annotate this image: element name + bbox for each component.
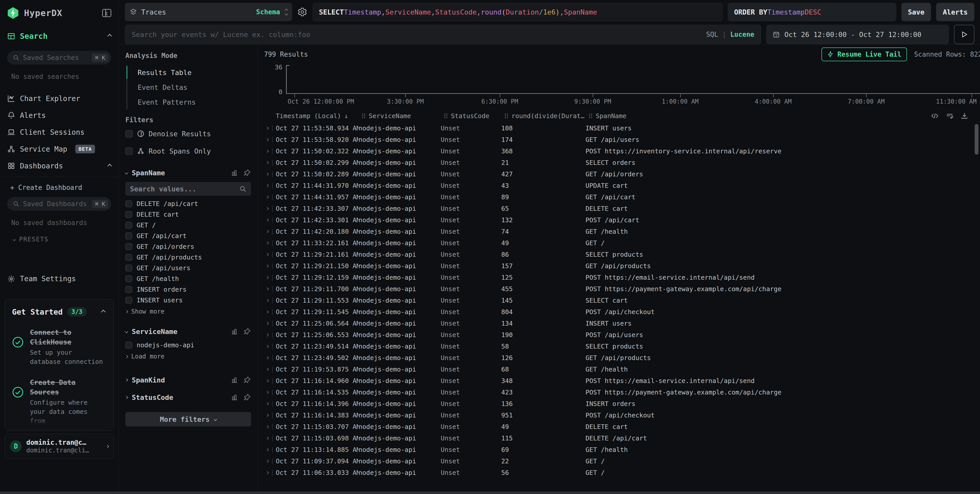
- table-row[interactable]: Oct 27 11:09:37.094 AM nodejs-demo-api U…: [264, 456, 980, 467]
- lucene-toggle[interactable]: Lucene: [730, 31, 754, 38]
- row-expand-icon[interactable]: [264, 380, 270, 382]
- pin-icon[interactable]: [243, 376, 251, 384]
- row-expand-icon[interactable]: [264, 403, 270, 405]
- sidebar-item-alerts[interactable]: Alerts: [0, 107, 118, 124]
- table-row[interactable]: Oct 27 11:16:14.535 AM nodejs-demo-api U…: [264, 387, 980, 398]
- mode-event-patterns[interactable]: Event Patterns: [127, 95, 251, 110]
- create-dashboard-button[interactable]: + Create Dashboard: [0, 177, 118, 191]
- save-button[interactable]: Save: [901, 3, 931, 21]
- chart-icon[interactable]: [231, 394, 238, 401]
- checkbox[interactable]: [126, 243, 132, 250]
- checkbox[interactable]: [126, 297, 132, 303]
- load-more-link[interactable]: Load more: [126, 351, 251, 362]
- row-expand-icon[interactable]: [264, 368, 270, 370]
- checkbox[interactable]: [126, 342, 132, 349]
- chart-icon[interactable]: [231, 169, 238, 176]
- filter-group-spankind[interactable]: SpanKind: [126, 374, 251, 386]
- row-expand-icon[interactable]: [264, 460, 270, 462]
- mode-results-table[interactable]: Results Table: [127, 65, 251, 80]
- row-expand-icon[interactable]: [264, 322, 270, 324]
- filter-value-row[interactable]: GET /: [126, 220, 251, 230]
- row-expand-icon[interactable]: [264, 288, 270, 290]
- column-header-duration[interactable]: round(divide(Durat…: [504, 112, 589, 120]
- checkbox[interactable]: [126, 254, 132, 261]
- table-row[interactable]: Oct 27 11:42:33.301 AM nodejs-demo-api U…: [264, 214, 980, 226]
- table-row[interactable]: Oct 27 11:33:22.161 AM nodejs-demo-api U…: [264, 237, 980, 249]
- table-row[interactable]: Oct 27 11:53:58.920 AM nodejs-demo-api U…: [264, 134, 980, 145]
- table-row[interactable]: Oct 27 11:16:14.396 AM nodejs-demo-api U…: [264, 398, 980, 410]
- row-expand-icon[interactable]: [264, 437, 270, 439]
- column-header-timestamp[interactable]: Timestamp (Local) ↓: [276, 112, 361, 120]
- get-started-step[interactable]: Connect to ClickHouse Set up your databa…: [12, 328, 107, 367]
- sidebar-item-dashboards[interactable]: Dashboards: [0, 157, 118, 174]
- preset-dashboard-link[interactable]: [0, 243, 118, 249]
- table-row[interactable]: Oct 27 11:50:02.289 AM nodejs-demo-api U…: [264, 168, 980, 180]
- drag-handle-icon[interactable]: [589, 113, 593, 118]
- row-expand-icon[interactable]: [264, 334, 270, 336]
- row-expand-icon[interactable]: [264, 311, 270, 313]
- row-expand-icon[interactable]: [264, 345, 270, 348]
- row-expand-icon[interactable]: [264, 230, 270, 233]
- row-expand-icon[interactable]: [264, 414, 270, 416]
- date-range-picker[interactable]: Oct 26 12:00:00 - Oct 27 12:00:00: [766, 25, 949, 44]
- row-expand-icon[interactable]: [264, 173, 270, 175]
- table-row[interactable]: Oct 27 11:19:53.875 AM nodejs-demo-api U…: [264, 364, 980, 375]
- collapse-sidebar-icon[interactable]: [102, 9, 111, 17]
- column-header-spanname[interactable]: SpanName: [589, 112, 980, 120]
- table-row[interactable]: Oct 27 11:44:31.970 AM nodejs-demo-api U…: [264, 180, 980, 191]
- sidebar-item-client-sessions[interactable]: Client Sessions: [0, 124, 118, 141]
- checkbox[interactable]: [126, 130, 133, 138]
- preset-dashboard-link[interactable]: [0, 256, 118, 263]
- row-expand-icon[interactable]: [264, 426, 270, 428]
- row-expand-icon[interactable]: [264, 150, 270, 152]
- code-icon[interactable]: [931, 112, 939, 120]
- sql-toggle[interactable]: SQL: [706, 31, 718, 38]
- language-toggle[interactable]: SQL | Lucene: [706, 31, 754, 38]
- run-query-button[interactable]: [954, 25, 974, 44]
- order-by-input[interactable]: ORDER BY Timestamp DESC: [728, 3, 896, 21]
- sidebar-item-service-map[interactable]: Service Map BETA: [0, 141, 118, 157]
- filter-value-row[interactable]: GET /api/users: [126, 262, 251, 273]
- chart-icon[interactable]: [231, 376, 238, 384]
- row-expand-icon[interactable]: [264, 207, 270, 210]
- pin-icon[interactable]: [243, 394, 251, 401]
- vertical-scrollbar-thumb[interactable]: [975, 124, 978, 155]
- table-row[interactable]: Oct 27 11:25:06.564 AM nodejs-demo-api U…: [264, 318, 980, 329]
- row-expand-icon[interactable]: [264, 472, 270, 474]
- row-expand-icon[interactable]: [264, 219, 270, 221]
- filter-value-row[interactable]: GET /api/orders: [126, 241, 251, 252]
- row-expand-icon[interactable]: [264, 138, 270, 141]
- row-expand-icon[interactable]: [264, 253, 270, 256]
- pin-icon[interactable]: [243, 328, 251, 335]
- gear-icon[interactable]: [297, 7, 307, 17]
- filter-group-statuscode[interactable]: StatusCode: [126, 392, 251, 403]
- row-expand-icon[interactable]: [264, 299, 270, 302]
- preset-dashboard-link[interactable]: [0, 249, 118, 256]
- filter-value-row[interactable]: nodejs-demo-api: [126, 340, 251, 350]
- checkbox[interactable]: [126, 286, 132, 293]
- table-row[interactable]: Oct 27 11:06:33.033 AM nodejs-demo-api U…: [264, 467, 980, 478]
- table-row[interactable]: Oct 27 11:29:11.545 AM nodejs-demo-api U…: [264, 306, 980, 318]
- table-row[interactable]: Oct 27 11:42:33.307 AM nodejs-demo-api U…: [264, 203, 980, 214]
- saved-searches-input[interactable]: Saved Searches ⌘ K: [7, 51, 111, 65]
- events-histogram[interactable]: 36 0: [264, 65, 980, 93]
- table-row[interactable]: Oct 27 11:13:14.885 AM nodejs-demo-api U…: [264, 444, 980, 456]
- alerts-button[interactable]: Alerts: [936, 3, 974, 21]
- download-icon[interactable]: [961, 112, 968, 120]
- drag-handle-icon[interactable]: [444, 113, 448, 118]
- table-row[interactable]: Oct 27 11:15:03.707 AM nodejs-demo-api U…: [264, 421, 980, 432]
- mode-event-deltas[interactable]: Event Deltas: [127, 80, 251, 95]
- get-started-step[interactable]: Create Data Sources Configure where your…: [12, 378, 107, 426]
- source-select[interactable]: Traces Schema: [125, 3, 292, 21]
- table-row[interactable]: Oct 27 11:29:21.161 AM nodejs-demo-api U…: [264, 249, 980, 260]
- table-row[interactable]: Oct 27 11:23:49.502 AM nodejs-demo-api U…: [264, 352, 980, 364]
- row-expand-icon[interactable]: [264, 276, 270, 279]
- table-row[interactable]: Oct 27 11:53:58.934 AM nodejs-demo-api U…: [264, 122, 980, 134]
- pin-icon[interactable]: [243, 169, 251, 176]
- row-expand-icon[interactable]: [264, 265, 270, 267]
- resume-live-tail-button[interactable]: Resume Live Tail: [821, 48, 907, 61]
- table-row[interactable]: Oct 27 11:42:20.180 AM nodejs-demo-api U…: [264, 226, 980, 237]
- chart-icon[interactable]: [231, 328, 238, 335]
- checkbox[interactable]: [126, 275, 132, 282]
- table-row[interactable]: Oct 27 11:29:11.700 AM nodejs-demo-api U…: [264, 283, 980, 295]
